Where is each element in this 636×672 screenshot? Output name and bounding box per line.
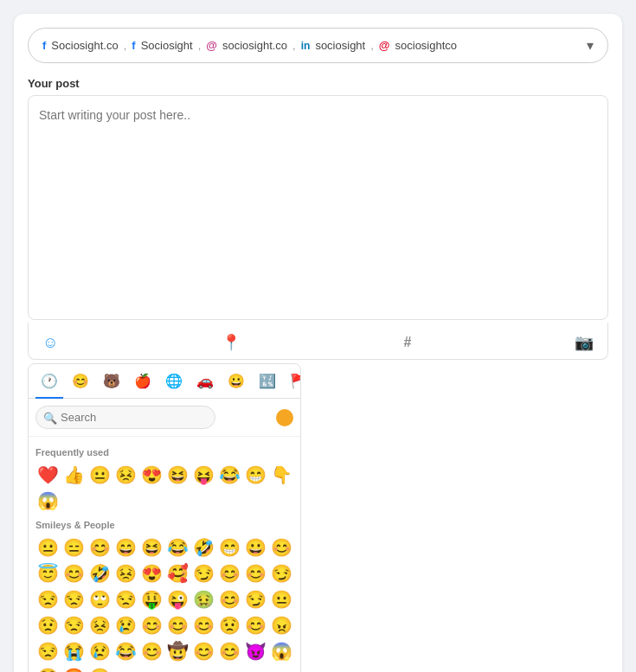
emoji-sp-35[interactable]: 😊 bbox=[139, 613, 164, 637]
emoji-sp-8[interactable]: 😁 bbox=[217, 535, 241, 560]
emoji-tab-objects[interactable]: 😀 bbox=[222, 369, 250, 393]
emoji-sp-31[interactable]: 😟 bbox=[35, 613, 60, 637]
emoji-picker: 🕐 😊 🐻 🍎 🌐 🚗 😀 🔣 🚩 🔍 Frequently used ❤️ bbox=[28, 363, 301, 672]
emoji-sp-18[interactable]: 😊 bbox=[217, 561, 241, 586]
emoji-sp-45[interactable]: 😊 bbox=[139, 639, 164, 663]
emoji-sp-51[interactable]: 😲 bbox=[35, 665, 60, 672]
frequently-used-grid: ❤️ 👍 😐 😣 😍 😆 😝 😂 😁 👇 😱 bbox=[35, 463, 293, 513]
emoji-sp-25[interactable]: 🤑 bbox=[139, 587, 164, 611]
post-composer: f Sociosight.co , f Sociosight , @ socio… bbox=[14, 14, 622, 672]
emoji-thumbsup[interactable]: 👍 bbox=[61, 463, 86, 487]
accounts-selector[interactable]: f Sociosight.co , f Sociosight , @ socio… bbox=[28, 28, 608, 63]
emoji-sp-12[interactable]: 😊 bbox=[61, 561, 86, 586]
emoji-sp-26[interactable]: 😜 bbox=[165, 587, 190, 611]
emoji-search-row: 🔍 bbox=[29, 399, 300, 437]
emoji-tab-activities[interactable]: 🚗 bbox=[191, 369, 219, 393]
emoji-sp-4[interactable]: 😄 bbox=[113, 535, 138, 560]
emoji-sp-42[interactable]: 😭 bbox=[61, 639, 86, 663]
emoji-sp-44[interactable]: 😂 bbox=[113, 639, 138, 663]
emoji-toolbar-button[interactable]: ☺ bbox=[39, 332, 61, 354]
emoji-sp-17[interactable]: 😏 bbox=[191, 561, 215, 586]
emoji-tab-travel[interactable]: 🌐 bbox=[160, 369, 188, 393]
emoji-sp-20[interactable]: 😏 bbox=[269, 561, 293, 586]
emoji-sp-14[interactable]: 😣 bbox=[113, 561, 138, 586]
emoji-sp-7[interactable]: 🤣 bbox=[191, 535, 215, 560]
emoji-tab-food[interactable]: 🍎 bbox=[129, 369, 157, 393]
post-toolbar: ☺ 📍 # 📷 bbox=[28, 323, 608, 360]
emoji-sp-6[interactable]: 😂 bbox=[165, 535, 190, 560]
emoji-sp-11[interactable]: 😇 bbox=[35, 561, 60, 586]
emoji-sp-37[interactable]: 😊 bbox=[191, 613, 215, 637]
emoji-tab-recent[interactable]: 🕐 bbox=[35, 369, 63, 393]
emoji-tab-smileys[interactable]: 😊 bbox=[67, 369, 94, 393]
emoji-sp-3[interactable]: 😊 bbox=[87, 535, 112, 560]
emoji-laughing[interactable]: 😆 bbox=[165, 463, 190, 487]
emoji-sp-38[interactable]: 😟 bbox=[217, 613, 241, 637]
account-5-name: sociosightco bbox=[395, 39, 458, 52]
emoji-sp-15[interactable]: 😍 bbox=[139, 561, 164, 586]
emoji-sp-33[interactable]: 😣 bbox=[87, 613, 112, 637]
linkedin-icon: in bbox=[301, 40, 311, 52]
emoji-sp-9[interactable]: 😀 bbox=[243, 535, 267, 560]
emoji-sp-24[interactable]: 😒 bbox=[113, 587, 138, 611]
emoji-pointdown[interactable]: 👇 bbox=[269, 463, 293, 487]
emoji-neutral[interactable]: 😐 bbox=[87, 463, 112, 487]
emoji-category-tabs: 🕐 😊 🐻 🍎 🌐 🚗 😀 🔣 🚩 bbox=[29, 364, 300, 399]
emoji-sp-22[interactable]: 😒 bbox=[61, 587, 86, 611]
emoji-sp-46[interactable]: 🤠 bbox=[165, 639, 190, 663]
emoji-tab-symbols[interactable]: 🔣 bbox=[254, 369, 281, 393]
emoji-sp-30[interactable]: 😐 bbox=[269, 587, 293, 611]
account-1-name: Sociosight.co bbox=[51, 39, 118, 52]
emoji-content: Frequently used ❤️ 👍 😐 😣 😍 😆 😝 😂 😁 👇 😱 S… bbox=[29, 437, 300, 672]
emoji-sp-34[interactable]: 😢 bbox=[113, 613, 138, 637]
emoji-sp-40[interactable]: 😠 bbox=[269, 613, 293, 637]
emoji-sp-39[interactable]: 😊 bbox=[243, 613, 267, 637]
emoji-sp-50[interactable]: 😱 bbox=[269, 639, 293, 663]
post-textarea[interactable] bbox=[28, 95, 608, 320]
emoji-sp-10[interactable]: 😊 bbox=[269, 535, 293, 560]
emoji-search-wrap: 🔍 bbox=[35, 406, 271, 429]
account-4-name: sociosight bbox=[315, 39, 365, 52]
emoji-sp-29[interactable]: 😏 bbox=[243, 587, 267, 611]
emoji-joy[interactable]: 😂 bbox=[217, 463, 241, 487]
hashtag-toolbar-button[interactable]: # bbox=[401, 333, 415, 352]
frequently-used-label: Frequently used bbox=[35, 447, 293, 458]
camera-toolbar-button[interactable]: 📷 bbox=[571, 331, 597, 354]
emoji-sp-19[interactable]: 😊 bbox=[243, 561, 267, 586]
emoji-sp-49[interactable]: 😈 bbox=[243, 639, 267, 663]
emoji-sp-16[interactable]: 🥰 bbox=[165, 561, 190, 586]
emoji-sp-28[interactable]: 😊 bbox=[217, 587, 241, 611]
emoji-sp-13[interactable]: 🤣 bbox=[87, 561, 112, 586]
emoji-sp-36[interactable]: 😊 bbox=[165, 613, 190, 637]
location-toolbar-button[interactable]: 📍 bbox=[218, 331, 244, 354]
emoji-sp-21[interactable]: 😒 bbox=[35, 587, 60, 611]
emoji-accent-dot bbox=[276, 409, 293, 426]
emoji-sp-43[interactable]: 😢 bbox=[87, 639, 112, 663]
emoji-sp-5[interactable]: 😆 bbox=[139, 535, 164, 560]
emoji-hearteyes[interactable]: 😍 bbox=[139, 463, 164, 487]
emoji-sp-48[interactable]: 😊 bbox=[217, 639, 241, 663]
emoji-grin[interactable]: 😁 bbox=[243, 463, 267, 487]
emoji-sp-2[interactable]: 😑 bbox=[61, 535, 86, 560]
facebook-icon-2: f bbox=[132, 39, 135, 52]
emoji-scream[interactable]: 😱 bbox=[35, 489, 60, 513]
emoji-stuckouttongue[interactable]: 😝 bbox=[191, 463, 215, 487]
emoji-sp-1[interactable]: 😐 bbox=[35, 535, 60, 560]
accounts-list: f Sociosight.co , f Sociosight , @ socio… bbox=[42, 39, 457, 52]
emoji-heart[interactable]: ❤️ bbox=[35, 463, 60, 487]
emoji-sp-53[interactable]: 😷 bbox=[87, 665, 112, 672]
emoji-search-input[interactable] bbox=[35, 406, 215, 429]
facebook-icon: f bbox=[42, 39, 46, 52]
emoji-tab-flags[interactable]: 🚩 bbox=[285, 369, 301, 393]
emoji-sp-23[interactable]: 🙄 bbox=[87, 587, 112, 611]
emoji-sp-32[interactable]: 😒 bbox=[61, 613, 86, 637]
smileys-people-grid: 😐 😑 😊 😄 😆 😂 🤣 😁 😀 😊 😇 😊 🤣 😣 😍 🥰 😏 😊 😊 bbox=[35, 535, 293, 672]
emoji-tab-animals[interactable]: 🐻 bbox=[98, 369, 125, 393]
emoji-sp-52[interactable]: 😡 bbox=[61, 665, 86, 672]
emoji-sp-47[interactable]: 😊 bbox=[191, 639, 215, 663]
smileys-people-label: Smileys & People bbox=[35, 520, 293, 530]
pinterest-icon: @ bbox=[379, 39, 390, 52]
emoji-sp-27[interactable]: 🤢 bbox=[191, 587, 215, 611]
emoji-frustrated[interactable]: 😣 bbox=[113, 463, 138, 487]
emoji-sp-41[interactable]: 😒 bbox=[35, 639, 60, 663]
